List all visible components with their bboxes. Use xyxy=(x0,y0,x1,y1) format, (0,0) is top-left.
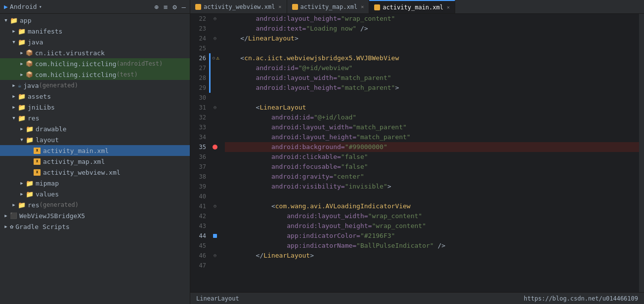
sidebar-item-java[interactable]: ▼ 📁 java xyxy=(0,37,190,47)
gutter-line-28 xyxy=(209,73,221,83)
bottom-right-label: https://blog.csdn.net/u014466109 xyxy=(524,295,638,302)
code-line-27: android:id="@+id/webview" xyxy=(225,63,639,73)
sidebar-item-res[interactable]: ▼ 📁 res xyxy=(0,113,190,123)
tab-close-main[interactable]: ✕ xyxy=(447,4,450,10)
folder-icon: 📁 xyxy=(10,17,18,24)
item-label: Gradle Scripts xyxy=(15,223,70,230)
gutter-line-43 xyxy=(209,221,221,231)
folder-icon: 📁 xyxy=(26,125,34,133)
arrow-icon: ▼ xyxy=(10,39,18,44)
globe-icon[interactable]: ⊕ xyxy=(154,3,158,11)
breakpoint-icon[interactable] xyxy=(213,145,217,150)
code-line-32: android:id="@+id/load" xyxy=(225,113,639,122)
gutter-line-27 xyxy=(209,63,221,73)
code-line-24: </LinearLayout> xyxy=(225,34,639,43)
sidebar-item-layout[interactable]: ▼ 📁 layout xyxy=(0,134,190,145)
arrow-icon: ▶ xyxy=(2,224,10,229)
arrow-icon: ▶ xyxy=(10,202,18,207)
arrow-icon: ▼ xyxy=(2,18,10,23)
gutter-line-33 xyxy=(209,122,221,132)
sidebar-item-drawable[interactable]: ▶ 📁 drawable xyxy=(0,123,190,134)
xml-file-icon: X xyxy=(34,158,41,165)
sidebar-item-webviewbridge[interactable]: ▶ ⬛ WebViewJSBridgeX5 xyxy=(0,210,190,221)
gutter-line-29 xyxy=(209,83,221,93)
item-label-gray4: (generated) xyxy=(39,201,78,208)
arrow-icon: ▶ xyxy=(10,94,18,99)
sidebar-item-manifests[interactable]: ▶ 📁 manifests xyxy=(0,26,190,37)
sidebar-item-gradle[interactable]: ▶ ✿ Gradle Scripts xyxy=(0,221,190,232)
arrow-icon: ▶ xyxy=(2,213,10,218)
sidebar-item-activity-map[interactable]: X activity_map.xml xyxy=(0,156,190,167)
fold-icon[interactable]: ⊖ xyxy=(214,14,216,24)
fold-icon-46[interactable]: ⊖ xyxy=(214,251,216,261)
code-line-36: android:clickable="false" xyxy=(225,152,639,162)
sidebar-item-res-gen[interactable]: ▶ 📁 res (generated) xyxy=(0,199,190,210)
line-num-34: 34 xyxy=(190,132,206,142)
code-line-42: android:layout_width="wrap_content" xyxy=(225,211,639,221)
settings-icon[interactable]: ⚙ xyxy=(172,3,176,11)
sidebar-item-jnilibs[interactable]: ▶ 📁 jniLibs xyxy=(0,102,190,113)
minimize-icon[interactable]: — xyxy=(182,3,186,11)
sidebar-item-app[interactable]: ▼ 📁 app xyxy=(0,15,190,26)
arrow-icon: ▶ xyxy=(18,181,26,186)
code-line-34: android:layout_height="match_parent" xyxy=(225,132,639,142)
line-num-22: 22 xyxy=(190,14,206,24)
line-num-41: 41 xyxy=(190,201,206,211)
folder-icon: 📁 xyxy=(18,28,26,35)
sidebar-item-assets[interactable]: ▶ 📁 assets xyxy=(0,91,190,102)
list-icon[interactable]: ≡ xyxy=(164,3,168,11)
sidebar-item-activity-webview[interactable]: X activity_webview.xml xyxy=(0,167,190,178)
tab-main[interactable]: activity_main.xml ✕ xyxy=(369,0,455,13)
code-line-44: app:indicatorColor="#2196F3" xyxy=(225,231,639,241)
arrow-icon: ▶ xyxy=(10,105,18,110)
gutter-line-30 xyxy=(209,93,221,103)
tab-map[interactable]: activity_map.xml ✕ xyxy=(287,0,370,13)
folder-icon: 📁 xyxy=(18,114,26,122)
line-num-24: 24 xyxy=(190,34,206,43)
warning-icon-26: ⚠ xyxy=(216,53,219,63)
module-icon: ⬛ xyxy=(10,212,17,219)
arrow-icon: ▶ xyxy=(18,191,26,196)
line-num-39: 39 xyxy=(190,182,206,191)
sidebar-item-values[interactable]: ▶ 📁 values xyxy=(0,189,190,199)
arrow-icon: ▼ xyxy=(18,137,26,142)
folder-icon: 📁 xyxy=(18,38,26,46)
gutter-line-36 xyxy=(209,152,221,162)
blue-marker-icon xyxy=(213,234,217,238)
fold-icon-31[interactable]: ⊖ xyxy=(214,103,216,113)
code-line-45: app:indicatorName="BallPulseIndicator" /… xyxy=(225,241,639,251)
gutter-line-32 xyxy=(209,113,221,122)
fold-icon-24[interactable]: ⊖ xyxy=(214,34,216,43)
sidebar-item-activity-main[interactable]: X activity_main.xml xyxy=(0,145,190,156)
code-line-39: android:visibility="invisible"> xyxy=(225,182,639,191)
arrow-icon: ▶ xyxy=(18,126,26,131)
dropdown-arrow-icon[interactable]: ▾ xyxy=(39,4,42,9)
tab-close-map[interactable]: ✕ xyxy=(361,4,364,9)
folder-icon: 📁 xyxy=(26,180,34,187)
tab-close-webview[interactable]: ✕ xyxy=(279,4,282,9)
line-num-23: 23 xyxy=(190,24,206,34)
gutter-line-35 xyxy=(209,142,221,152)
sidebar-item-mipmap[interactable]: ▶ 📁 mipmap xyxy=(0,178,190,189)
arrow-icon: ▶ xyxy=(18,50,26,55)
code-area[interactable]: android:layout_height="wrap_content" and… xyxy=(221,14,639,292)
tab-webview[interactable]: activity_webview.xml ✕ xyxy=(190,0,287,13)
fold-icon-26[interactable]: ⊖ xyxy=(212,53,215,63)
project-name: Android xyxy=(10,3,37,10)
folder-icon: 📁 xyxy=(26,190,34,198)
sidebar-item-androidtest[interactable]: ▶ 📦 com.hicling.iictcling (androidTest) xyxy=(0,58,190,69)
fold-icon-41[interactable]: ⊖ xyxy=(214,201,216,211)
sidebar-item-java-gen[interactable]: ▶ ☕ java (generated) xyxy=(0,80,190,91)
sidebar-item-test[interactable]: ▶ 📦 com.hicling.iictcling (test) xyxy=(0,69,190,80)
title-bar: ▶ Android ▾ ⊕ ≡ ⚙ — activity_webview.xml… xyxy=(0,0,644,14)
bottom-bar: LinearLayout https://blog.csdn.net/u0144… xyxy=(190,292,644,304)
line-num-28: 28 xyxy=(190,73,206,83)
package-icon: 📦 xyxy=(26,71,33,78)
sidebar-item-cn-iict[interactable]: ▶ 📦 cn.iict.virustrack xyxy=(0,47,190,58)
vertical-scrollbar[interactable] xyxy=(639,14,644,292)
main-layout: ▼ 📁 app ▶ 📁 manifests ▼ 📁 java ▶ 📦 cn.ii… xyxy=(0,14,644,304)
item-label: java xyxy=(23,82,39,89)
gutter-line-37 xyxy=(209,162,221,172)
folder-icon: 📁 xyxy=(26,136,34,144)
arrow-icon: ▶ xyxy=(18,61,26,66)
